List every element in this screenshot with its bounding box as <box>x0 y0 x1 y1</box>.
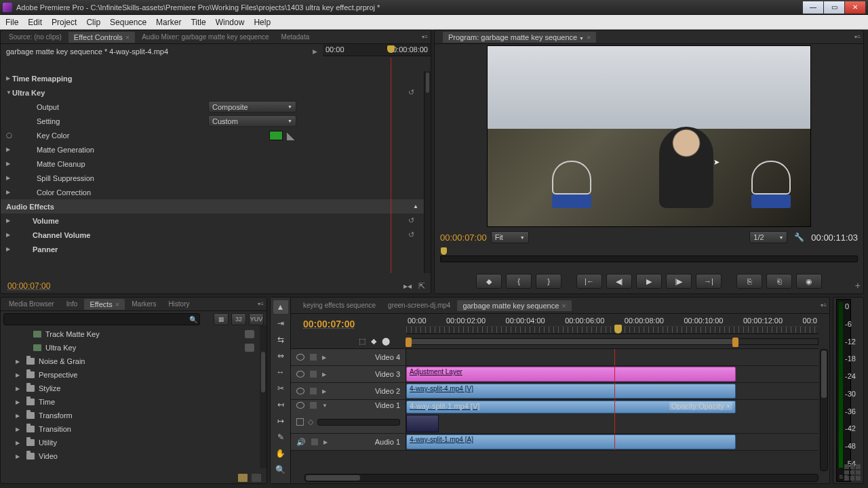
effect-controls-timecode[interactable]: 00:00:07:00 <box>7 281 50 291</box>
effects-item-7[interactable]: ▶Transition <box>1 422 260 436</box>
menu-title[interactable]: Title <box>191 18 205 27</box>
add-button-icon[interactable]: + <box>855 280 861 291</box>
track-lock-icon[interactable] <box>310 371 317 378</box>
track-header-a1[interactable]: 🔊▶Audio 1 <box>291 434 406 450</box>
effects-yuv-button[interactable]: YUV <box>249 313 264 325</box>
ec-row-ultraKey[interactable]: ▼Ultra Key↺ <box>1 85 424 100</box>
track-select-tool[interactable]: ⇥ <box>273 317 288 330</box>
chevron-down-icon[interactable]: ▼ <box>579 36 584 41</box>
track-header-v1[interactable]: ▼Video 1 ◇ <box>291 400 406 433</box>
combo-setting[interactable]: Custom▼ <box>208 115 296 127</box>
ec-row-spill[interactable]: ▶Spill Suppression <box>1 171 424 185</box>
eye-icon[interactable] <box>296 388 304 394</box>
wrench-icon[interactable]: 🔧 <box>794 232 804 242</box>
step-back-button[interactable]: ◀| <box>606 274 632 289</box>
menu-marker[interactable]: Marker <box>156 18 181 27</box>
effect-controls-zoom-icons[interactable]: ▸◂ ⇱ <box>403 281 425 291</box>
effects-item-2[interactable]: ▶Noise & Grain <box>1 354 260 368</box>
export-frame-button[interactable]: ◉ <box>796 274 822 289</box>
effect-controls-ruler[interactable]: 00:00 00:00:08:00 <box>323 44 431 56</box>
eye-icon[interactable] <box>296 402 304 409</box>
selection-tool[interactable]: ▲ <box>273 300 288 314</box>
fit-dropdown[interactable]: Fit▼ <box>491 231 529 243</box>
ec-row-matteClean[interactable]: ▶Matte Cleanup <box>1 157 424 171</box>
play-button[interactable]: ▶ <box>636 274 662 289</box>
disclosure-icon[interactable]: ▶ <box>16 453 22 460</box>
menu-clip[interactable]: Clip <box>86 18 100 27</box>
tab-metadata[interactable]: Metadata <box>276 32 315 42</box>
close-icon[interactable]: × <box>115 300 119 308</box>
effects-32bit-button[interactable]: 32 <box>231 313 246 325</box>
snap-icon[interactable]: ⬚ <box>359 337 366 346</box>
ec-audio-row-0[interactable]: ▶Volume↺ <box>1 214 424 228</box>
marker-icon[interactable]: ◆ <box>371 337 376 346</box>
reset-icon[interactable]: ↺ <box>408 230 414 239</box>
pen-tool[interactable]: ✎ <box>273 430 288 444</box>
audio-meter[interactable]: 0-6-12-18-24-30-36-42-48-54 S S <box>836 299 851 482</box>
effects-item-6[interactable]: ▶Transform <box>1 409 260 422</box>
menu-file[interactable]: File <box>5 18 18 27</box>
timeline-vscrollbar[interactable] <box>820 349 828 471</box>
disclosure-icon[interactable]: ▶ <box>16 372 22 378</box>
disclosure-icon[interactable]: ▶ <box>16 440 22 446</box>
combo-output[interactable]: Composite▼ <box>208 101 296 113</box>
timeline-ruler[interactable]: 00:0000:00:02:0000:00:04:0000:00:06:0000… <box>406 317 818 334</box>
timeline-hscrollbar[interactable] <box>304 474 818 482</box>
timeline-tab-2[interactable]: garbage matte key sequence× <box>457 300 571 311</box>
close-icon[interactable]: × <box>561 302 566 310</box>
goto-out-button[interactable]: →| <box>696 274 722 289</box>
ec-row-keyColor[interactable]: ◯Key Color <box>1 128 424 142</box>
close-icon[interactable]: × <box>587 33 591 41</box>
mark-in-button[interactable]: { <box>506 274 532 289</box>
ec-row-timeRemap[interactable]: ▶Time Remapping <box>1 71 424 85</box>
eyedropper-icon[interactable] <box>287 131 296 140</box>
step-forward-button[interactable]: |▶ <box>666 274 692 289</box>
ec-row-setting[interactable]: SettingCustom▼ <box>1 114 424 128</box>
effects-item-0[interactable]: Track Matte Key <box>1 327 260 341</box>
reset-icon[interactable]: ↺ <box>408 216 414 225</box>
effects-item-3[interactable]: ▶Perspective <box>1 368 260 382</box>
menu-window[interactable]: Window <box>216 18 245 27</box>
effects-scrollbar[interactable] <box>260 325 267 468</box>
effects-item-4[interactable]: ▶Stylize <box>1 382 260 395</box>
ec-row-matteGen[interactable]: ▶Matte Generation <box>1 142 424 157</box>
ec-audio-row-1[interactable]: ▶Channel Volume↺ <box>1 228 424 242</box>
zoom-tool[interactable]: 🔍 <box>273 463 288 476</box>
effect-controls-scrollbar[interactable] <box>424 71 431 273</box>
work-area-handle-left[interactable] <box>406 338 412 347</box>
menu-sequence[interactable]: Sequence <box>110 18 146 27</box>
collapse-icon[interactable]: ▲ <box>413 203 418 209</box>
window-minimize-button[interactable]: — <box>803 1 823 14</box>
add-marker-button[interactable]: ◆ <box>476 274 502 289</box>
disclosure-icon[interactable]: ▶ <box>16 399 22 405</box>
program-scrub-bar[interactable] <box>440 247 858 266</box>
tab-program[interactable]: Program: garbage matte key sequence ▼× <box>443 32 596 43</box>
menu-project[interactable]: Project <box>52 18 77 27</box>
tab-media-browser[interactable]: Media Browser <box>3 299 60 309</box>
clip-adjustment-layer[interactable]: Adjustment Layer <box>406 367 736 382</box>
effects-accel-button[interactable]: ▦ <box>214 313 229 325</box>
extract-button[interactable]: ⎗ <box>766 274 792 289</box>
timeline-current-time[interactable]: 00:00:07:00 <box>291 314 406 334</box>
chevron-right-icon[interactable]: ▶ <box>313 48 317 55</box>
clip-a1[interactable]: 4-way-split-1.mp4 [A] <box>406 434 736 449</box>
effects-search-input[interactable] <box>3 313 200 325</box>
menu-edit[interactable]: Edit <box>28 18 42 27</box>
tab-effect-controls[interactable]: Effect Controls× <box>68 32 135 43</box>
sync-icon[interactable]: ⬤ <box>382 337 390 346</box>
slip-tool[interactable]: ↤ <box>273 398 288 411</box>
eye-icon[interactable] <box>296 371 304 378</box>
track-lock-icon[interactable] <box>310 402 317 409</box>
workspace-layout-icon[interactable] <box>844 464 861 481</box>
close-icon[interactable]: × <box>125 33 130 41</box>
disclosure-icon[interactable]: ▶ <box>16 386 22 392</box>
lift-button[interactable]: ⎘ <box>736 274 762 289</box>
eye-icon[interactable] <box>296 354 304 361</box>
keyframe-icon[interactable]: ◇ <box>308 418 313 426</box>
track-header-v2[interactable]: ▶Video 2 <box>291 383 406 399</box>
window-close-button[interactable]: ✕ <box>845 1 865 14</box>
effects-item-1[interactable]: Ultra Key <box>1 341 260 354</box>
program-video-output[interactable]: ➤ <box>487 45 811 227</box>
panel-menu-icon[interactable]: ▾≡ <box>854 34 861 40</box>
resolution-dropdown[interactable]: 1/2▼ <box>749 231 787 243</box>
